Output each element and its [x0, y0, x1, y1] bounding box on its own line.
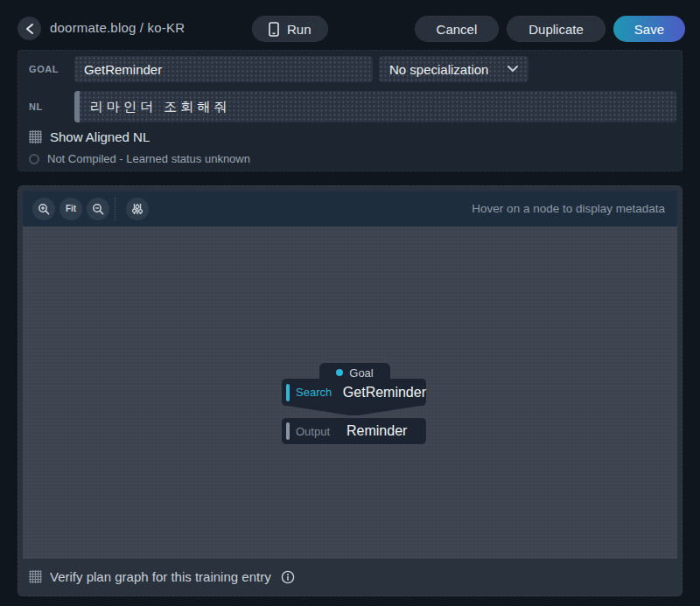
- back-button[interactable]: [18, 17, 41, 40]
- status-circle-icon: [29, 154, 39, 164]
- output-node[interactable]: Output Reminder: [282, 418, 426, 444]
- specialization-dropdown[interactable]: No specialization: [379, 56, 528, 82]
- goal-dot-icon: [336, 369, 343, 376]
- show-aligned-nl-toggle[interactable]: Show Aligned NL: [29, 129, 150, 144]
- sliders-icon: [131, 203, 144, 215]
- phone-icon: [269, 22, 279, 37]
- fit-button[interactable]: Fit: [60, 198, 82, 220]
- specialization-value: No specialization: [389, 62, 488, 77]
- plan-graph-panel: Fit Hover on a node to display metadata …: [18, 185, 682, 596]
- layout-settings-button[interactable]: [126, 198, 149, 220]
- show-aligned-nl-checkbox[interactable]: [29, 130, 42, 143]
- nl-drag-handle[interactable]: [74, 91, 80, 122]
- compile-status-text: Not Compiled - Learned status unknown: [47, 152, 250, 165]
- toolbar-divider: [115, 198, 116, 220]
- graph-toolbar: Fit Hover on a node to display metadata: [23, 191, 677, 226]
- zoom-out-button[interactable]: [87, 198, 109, 220]
- breadcrumb: doormate.blog / ko-KR: [50, 20, 185, 35]
- graph-hint-text: Hover on a node to display metadata: [472, 202, 677, 215]
- output-node-value: Reminder: [346, 423, 407, 439]
- run-button[interactable]: Run: [252, 16, 328, 42]
- show-aligned-nl-label: Show Aligned NL: [50, 129, 150, 144]
- compile-status-row: Not Compiled - Learned status unknown: [29, 152, 250, 165]
- zoom-in-button[interactable]: [32, 198, 55, 220]
- cancel-button[interactable]: Cancel: [415, 16, 500, 42]
- action-buttons: Cancel Duplicate Save: [415, 16, 685, 42]
- verify-plan-graph-label: Verify plan graph for this training entr…: [50, 569, 271, 584]
- node-connector: [282, 405, 426, 415]
- output-node-accent: [286, 422, 290, 440]
- goal-field-label: GOAL: [29, 64, 59, 74]
- duplicate-button[interactable]: Duplicate: [507, 16, 606, 42]
- verify-plan-graph-checkbox[interactable]: [29, 570, 42, 583]
- verify-plan-graph-toggle[interactable]: Verify plan graph for this training entr…: [29, 569, 295, 584]
- nl-input[interactable]: 리마인더 조회해줘: [74, 91, 676, 122]
- search-node-type: Search: [296, 386, 338, 399]
- goal-input-value: GetReminder: [84, 62, 162, 77]
- nl-field-label: NL: [29, 101, 43, 112]
- zoom-out-icon: [92, 203, 104, 215]
- run-label: Run: [287, 22, 312, 37]
- search-node[interactable]: Search GetReminder: [282, 379, 426, 406]
- info-icon[interactable]: [281, 570, 295, 584]
- graph-canvas[interactable]: Goal Search GetReminder Output Reminder: [23, 226, 677, 559]
- output-node-type: Output: [296, 425, 341, 438]
- goal-tab-label: Goal: [349, 366, 373, 380]
- top-bar: doormate.blog / ko-KR Run Cancel Duplica…: [0, 0, 700, 50]
- save-button[interactable]: Save: [613, 16, 685, 42]
- training-entry-form: GOAL GetReminder No specialization NL 리마…: [18, 50, 682, 171]
- search-node-value: GetReminder: [343, 385, 426, 401]
- fit-label: Fit: [66, 204, 76, 213]
- nl-input-value: 리마인더 조회해줘: [90, 99, 230, 115]
- chevron-down-icon: [508, 66, 518, 73]
- search-node-accent: [286, 384, 290, 401]
- goal-input[interactable]: GetReminder: [74, 56, 373, 82]
- chevron-left-icon: [25, 23, 34, 35]
- zoom-in-icon: [38, 203, 50, 215]
